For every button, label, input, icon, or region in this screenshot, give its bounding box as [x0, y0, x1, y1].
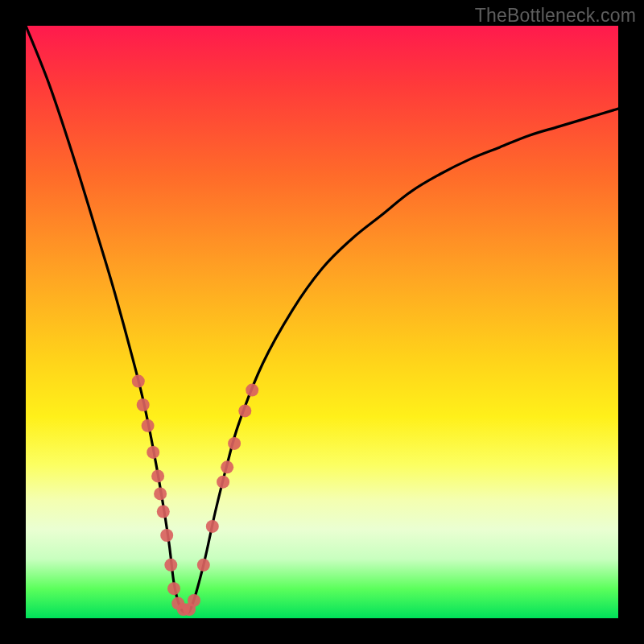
plot-area: [26, 26, 618, 618]
marker-dot: [167, 582, 180, 595]
marker-dot: [217, 476, 229, 489]
marker-dots: [132, 375, 258, 616]
marker-dot: [132, 375, 145, 388]
marker-dot: [238, 404, 251, 417]
marker-dot: [197, 559, 210, 572]
marker-dot: [246, 384, 258, 397]
marker-dot: [160, 529, 173, 542]
watermark-text: TheBottleneck.com: [475, 5, 636, 27]
marker-dot: [137, 398, 150, 411]
marker-dot: [151, 469, 164, 482]
chart-frame: TheBottleneck.com: [0, 0, 644, 644]
marker-dot: [206, 520, 219, 533]
marker-dot: [147, 446, 159, 459]
marker-dot: [157, 506, 170, 518]
marker-dot: [228, 437, 241, 450]
marker-dot: [221, 460, 233, 473]
marker-dot: [154, 487, 167, 500]
chart-svg: [26, 26, 618, 618]
marker-dot: [142, 419, 155, 432]
marker-dot: [164, 559, 177, 572]
curve-line: [26, 26, 618, 613]
marker-dot: [188, 594, 200, 607]
